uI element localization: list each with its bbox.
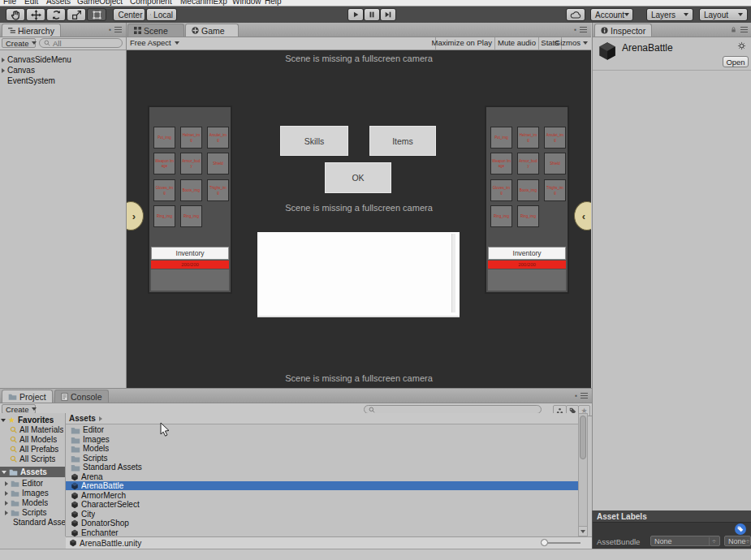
- lock-icon[interactable]: ▪: [575, 392, 577, 399]
- rotate-tool-button[interactable]: [46, 8, 66, 21]
- skills-button[interactable]: Skills: [280, 126, 348, 156]
- file-row-scene-selected[interactable]: ArenaBattle: [66, 481, 578, 490]
- inventory-slot[interactable]: Amulet_img: [207, 127, 229, 149]
- lock-icon[interactable]: [730, 26, 737, 33]
- file-row-folder[interactable]: Editor: [71, 425, 104, 434]
- pause-button[interactable]: [364, 8, 380, 21]
- inventory-slot[interactable]: Helmet_img: [517, 127, 539, 149]
- menu-file[interactable]: File: [3, 0, 16, 6]
- file-row-folder[interactable]: Scripts: [71, 454, 108, 463]
- lock-icon[interactable]: ▪: [109, 26, 111, 33]
- hierarchy-search-input[interactable]: All: [39, 38, 123, 48]
- tree-item-editor[interactable]: Editor: [5, 479, 43, 488]
- inventory-slot[interactable]: Armor_body: [517, 153, 539, 174]
- tab-scene[interactable]: Scene: [127, 24, 184, 37]
- tree-item-scripts[interactable]: Scripts: [5, 508, 47, 517]
- step-button[interactable]: [380, 8, 396, 21]
- inventory-slot[interactable]: Gloves_img: [153, 179, 175, 201]
- foldout-arrow-icon[interactable]: [5, 501, 8, 506]
- maximize-on-play-toggle[interactable]: Maximize on Play: [432, 38, 492, 47]
- inventory-slot[interactable]: Ring_img: [153, 205, 175, 227]
- panel-menu-icon[interactable]: [114, 27, 122, 32]
- items-button[interactable]: Items: [369, 126, 436, 156]
- file-row-folder[interactable]: Images: [71, 435, 110, 444]
- foldout-arrow-icon[interactable]: [5, 510, 8, 515]
- scrollbar-thumb[interactable]: [580, 416, 586, 459]
- layout-dropdown[interactable]: Layout: [699, 8, 748, 21]
- hierarchy-create-button[interactable]: Create: [2, 38, 36, 48]
- inventory-slot[interactable]: Helmet_img: [180, 127, 202, 149]
- inventory-slot[interactable]: Shield: [544, 153, 566, 174]
- menu-window[interactable]: Window: [232, 0, 261, 6]
- gizmos-dropdown[interactable]: Gizmos: [555, 38, 588, 47]
- panel-menu-icon[interactable]: [580, 27, 587, 32]
- inventory-slot[interactable]: Gloves_img: [490, 179, 512, 201]
- account-dropdown[interactable]: Account: [590, 8, 633, 21]
- pivot-center-button[interactable]: Center: [113, 8, 145, 21]
- tree-item-standard-assets[interactable]: Standard Assets: [11, 518, 66, 527]
- foldout-open-icon[interactable]: [2, 471, 6, 474]
- ok-button[interactable]: OK: [325, 162, 391, 193]
- foldout-arrow-icon[interactable]: [5, 481, 8, 486]
- file-row-scene[interactable]: City: [71, 510, 95, 519]
- foldout-arrow-icon[interactable]: [2, 58, 5, 62]
- tab-project[interactable]: Project: [2, 390, 53, 403]
- side-menu-tab-right[interactable]: ‹: [574, 201, 591, 230]
- file-row-scene[interactable]: Enchanter: [71, 528, 119, 536]
- file-row-folder[interactable]: Standard Assets: [71, 463, 142, 472]
- inventory-slot[interactable]: Pot_img: [153, 127, 175, 149]
- menu-assets[interactable]: Assets: [46, 0, 71, 6]
- inventory-slot[interactable]: Boots_img: [180, 179, 202, 201]
- panel-menu-icon[interactable]: [581, 393, 588, 398]
- inventory-slot[interactable]: Amulet_img: [544, 127, 566, 149]
- scale-tool-button[interactable]: [67, 8, 86, 21]
- layers-dropdown[interactable]: Layers: [646, 8, 693, 21]
- inventory-slot[interactable]: Thighs_img: [207, 179, 229, 201]
- rotation-local-button[interactable]: Local: [146, 8, 177, 21]
- inventory-slot[interactable]: Ring_img: [517, 205, 539, 227]
- assetbundle-dropdown[interactable]: None÷: [650, 536, 720, 546]
- favorites-root[interactable]: ★ Favorites: [1, 416, 54, 424]
- hierarchy-item-eventsystem[interactable]: EventSystem: [7, 76, 55, 85]
- message-box-scrollbar[interactable]: [451, 234, 455, 312]
- tree-assets-root[interactable]: Assets: [0, 467, 66, 477]
- gear-icon[interactable]: [737, 41, 746, 50]
- move-tool-button[interactable]: [26, 8, 45, 21]
- cloud-services-button[interactable]: [566, 8, 585, 21]
- label-tag-button[interactable]: [735, 523, 746, 535]
- file-row-folder[interactable]: Models: [71, 444, 109, 453]
- tab-game[interactable]: Game: [185, 24, 239, 37]
- file-row-scene[interactable]: CharacterSelect: [71, 500, 140, 509]
- hand-tool-button[interactable]: [6, 8, 25, 21]
- breadcrumb[interactable]: Assets: [66, 413, 578, 424]
- menu-help[interactable]: Help: [265, 0, 282, 6]
- open-button[interactable]: Open: [723, 56, 749, 67]
- hierarchy-item-canvassidemenu[interactable]: CanvasSideMenu: [2, 55, 71, 64]
- inventory-slot[interactable]: Pot_img: [490, 127, 512, 149]
- tab-hierarchy[interactable]: Hierarchy: [2, 24, 61, 37]
- aspect-dropdown[interactable]: Free Aspect: [130, 38, 179, 47]
- menu-component[interactable]: Component: [130, 0, 172, 6]
- inventory-slot[interactable]: Boots_img: [517, 179, 539, 201]
- inventory-slot[interactable]: Armor_body: [180, 153, 202, 174]
- inventory-slot[interactable]: Ring_img: [180, 205, 202, 227]
- inventory-slot[interactable]: Thighs_img: [544, 179, 566, 201]
- project-scrollbar[interactable]: [578, 413, 588, 536]
- foldout-open-icon[interactable]: [1, 419, 6, 422]
- panel-menu-icon[interactable]: [740, 27, 748, 32]
- assetbundle-variant-dropdown[interactable]: None÷: [724, 536, 751, 546]
- favorites-all-models[interactable]: All Models: [10, 435, 57, 444]
- file-row-scene[interactable]: ArmorMerch: [71, 491, 126, 500]
- favorites-all-prefabs[interactable]: All Prefabs: [10, 445, 58, 454]
- favorites-all-materials[interactable]: All Materials: [10, 425, 63, 434]
- inventory-slot[interactable]: Shield: [207, 153, 229, 174]
- tree-item-images[interactable]: Images: [5, 489, 49, 498]
- foldout-arrow-icon[interactable]: [2, 68, 5, 73]
- menu-gameobject[interactable]: GameObject: [77, 0, 123, 6]
- foldout-arrow-icon[interactable]: [5, 491, 8, 496]
- file-row-scene[interactable]: Arena: [71, 472, 103, 481]
- tab-inspector[interactable]: Inspector: [594, 24, 652, 37]
- tree-item-models[interactable]: Models: [5, 498, 48, 507]
- zoom-slider-knob[interactable]: [541, 539, 548, 546]
- inventory-slot[interactable]: Weapon Image: [153, 153, 175, 174]
